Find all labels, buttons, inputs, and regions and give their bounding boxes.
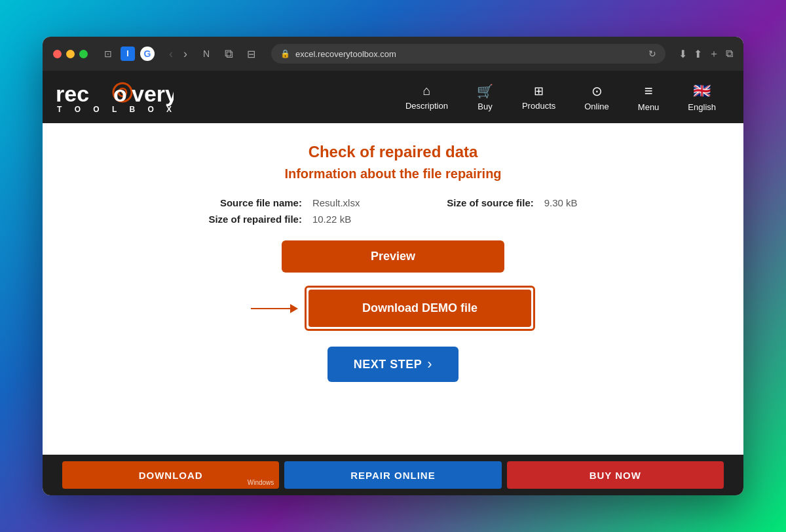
nav-buy-label: Buy [477,102,492,111]
grotesk-icon[interactable]: I [121,47,135,61]
next-step-label: NEXT STEP [354,358,422,371]
nav-buy[interactable]: 🛒 Buy [462,83,508,111]
toolbar-icons: ⊡ I G [101,47,155,61]
title-bar: ⊡ I G ‹ › N ⧉ ⊟ 🔒 excel.recoverytoolbox.… [43,37,743,71]
nav-description-label: Description [405,101,448,111]
download-demo-wrapper: Download DEMO file [251,286,535,331]
footer-download-sub: Windows [248,479,274,486]
page-title: Check of repaired data [309,143,478,161]
logo: rec o very T O O L B O X [56,79,174,115]
nav-products-label: Products [522,101,555,111]
svg-text:T O O L B O X: T O O L B O X [57,105,174,114]
next-step-button[interactable]: NEXT STEP › [328,347,458,382]
main-content: Check of repaired data Information about… [43,123,743,455]
nav-description[interactable]: ⌂ Description [391,83,462,111]
forward-button[interactable]: › [179,46,191,62]
notion-icon[interactable]: N [199,47,214,61]
maximize-button[interactable] [79,50,88,58]
footer-download-label: DOWNLOAD [139,470,203,481]
tabs-icon[interactable]: ⧉ [726,48,733,60]
download-demo-button[interactable]: Download DEMO file [309,290,531,327]
arrow-line [251,308,290,309]
logo-svg: rec o very T O O L B O X [56,79,174,115]
minimize-button[interactable] [66,50,75,58]
source-file-value: Result.xlsx [312,197,398,208]
footer-bar: DOWNLOAD Windows REPAIR ONLINE BUY NOW [43,455,743,495]
svg-text:very: very [132,81,174,106]
share-icon[interactable]: ⬆ [694,48,702,60]
svg-text:o: o [113,81,127,106]
nav-english-label: English [688,102,716,112]
traffic-lights [53,50,88,58]
display-icon[interactable]: ⊟ [244,47,258,61]
layers-icon[interactable]: ⧉ [221,47,236,61]
new-tab-icon[interactable]: ＋ [709,47,719,61]
nav-arrows: ‹ › [165,46,191,62]
nav-bar: rec o very T O O L B O X ⌂ Description 🛒… [43,71,743,123]
download-demo-container: Download DEMO file [305,286,535,331]
title-bar-right: ⬇ ⬆ ＋ ⧉ [679,47,733,61]
nav-menu-label: Menu [638,102,660,112]
close-button[interactable] [53,50,62,58]
source-size-label: Size of source file: [409,197,534,208]
nav-products[interactable]: ⊞ Products [508,84,570,111]
source-size-value: 9.30 kB [544,197,616,208]
url-text: excel.recoverytoolbox.com [295,49,396,59]
footer-repair-button[interactable]: REPAIR ONLINE [284,461,501,489]
lock-icon: 🔒 [280,49,290,58]
file-info-grid: Source file name: Result.xlsx Size of so… [170,197,616,225]
menu-icon: ≡ [645,83,653,100]
nav-english[interactable]: 🇬🇧 English [673,83,730,112]
nav-menu[interactable]: ≡ Menu [624,83,674,112]
sidebar-toggle-icon[interactable]: ⊡ [101,47,115,61]
next-step-arrow: › [427,356,432,373]
nav-online[interactable]: ⊙ Online [570,83,624,111]
repaired-size-value: 10.22 kB [312,214,398,225]
browser-window: ⊡ I G ‹ › N ⧉ ⊟ 🔒 excel.recoverytoolbox.… [43,37,743,495]
footer-download-button[interactable]: DOWNLOAD Windows [62,461,279,489]
svg-text:rec: rec [56,81,89,106]
address-bar[interactable]: 🔒 excel.recoverytoolbox.com ↻ [271,44,665,64]
source-file-label: Source file name: [170,197,302,208]
online-icon: ⊙ [591,83,603,99]
preview-button[interactable]: Preview [282,240,504,273]
google-icon[interactable]: G [140,47,155,61]
repaired-size-label: Size of repaired file: [170,214,302,225]
footer-buy-button[interactable]: BUY NOW [507,461,724,489]
flag-icon: 🇬🇧 [693,83,711,100]
arrow-indicator [251,304,298,313]
download-icon[interactable]: ⬇ [679,48,687,60]
cart-icon: 🛒 [477,83,493,99]
nav-online-label: Online [584,102,609,111]
nav-items: ⌂ Description 🛒 Buy ⊞ Products ⊙ Online … [391,83,730,112]
page-subtitle: Information about the file repairing [284,166,501,181]
home-icon: ⌂ [422,83,430,98]
products-icon: ⊞ [534,84,544,98]
back-button[interactable]: ‹ [165,46,177,62]
arrow-head [290,304,298,313]
reload-icon[interactable]: ↻ [648,48,656,59]
